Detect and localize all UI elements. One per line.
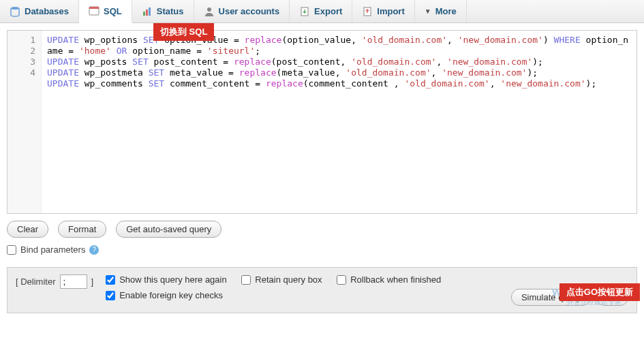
delimiter-input[interactable] <box>60 274 87 289</box>
tab-databases[interactable]: Databases <box>0 0 79 22</box>
sql-icon <box>89 5 99 16</box>
bind-params-label: Bind parameters <box>20 245 85 255</box>
autosaved-button[interactable]: Get auto-saved query <box>116 221 221 238</box>
svg-point-6 <box>207 7 211 12</box>
tab-more[interactable]: ▼More <box>415 0 467 22</box>
annotation-switch-sql: 切换到 SQL <box>153 23 214 41</box>
retain-checkbox[interactable] <box>241 275 251 285</box>
rollback-checkbox[interactable] <box>337 275 346 285</box>
svg-rect-5 <box>149 7 151 16</box>
footer-bar: [ Delimiter ] Show this query here again… <box>7 267 637 313</box>
import-icon <box>362 6 373 17</box>
top-tabs: Databases SQL Status User accounts Expor… <box>0 0 644 23</box>
tab-sql[interactable]: SQL <box>79 0 132 23</box>
users-icon <box>204 6 215 17</box>
sql-panel: 1 2 3 4 UPDATE wp_options SET option_val… <box>0 23 644 267</box>
chevron-down-icon: ▼ <box>425 7 431 15</box>
format-button[interactable]: Format <box>58 221 106 238</box>
bind-params-checkbox[interactable] <box>7 245 16 255</box>
line-gutter: 1 2 3 4 <box>7 31 42 213</box>
show-again-option[interactable]: Show this query here again <box>106 274 227 285</box>
rollback-option[interactable]: Rollback when finished <box>337 274 441 285</box>
code-area[interactable]: UPDATE wp_options SET option_value = rep… <box>42 31 637 213</box>
tab-status[interactable]: Status <box>132 0 194 22</box>
svg-rect-2 <box>89 7 99 9</box>
svg-rect-3 <box>143 12 145 16</box>
svg-point-0 <box>11 7 19 10</box>
help-icon[interactable]: ? <box>89 245 99 255</box>
sql-editor[interactable]: 1 2 3 4 UPDATE wp_options SET option_val… <box>7 30 637 214</box>
delimiter-group: [ Delimiter ] <box>16 274 93 289</box>
status-icon <box>142 6 153 17</box>
show-again-checkbox[interactable] <box>106 275 115 285</box>
export-icon <box>299 6 310 17</box>
bind-params-row: Bind parameters ? <box>7 245 637 255</box>
svg-rect-4 <box>146 10 148 16</box>
fk-checkbox[interactable] <box>106 291 115 300</box>
database-icon <box>10 6 20 17</box>
tab-import[interactable]: Import <box>352 0 414 22</box>
tab-export[interactable]: Export <box>290 0 352 22</box>
editor-buttons: Clear Format Get auto-saved query <box>7 221 637 238</box>
annotation-click-go: 点击GO按钮更新 <box>559 283 640 301</box>
fk-option[interactable]: Enable foreign key checks <box>106 290 223 300</box>
clear-button[interactable]: Clear <box>7 221 48 238</box>
tab-users[interactable]: User accounts <box>194 0 290 22</box>
footer-options: Show this query here again Retain query … <box>106 274 499 306</box>
retain-option[interactable]: Retain query box <box>241 274 322 285</box>
